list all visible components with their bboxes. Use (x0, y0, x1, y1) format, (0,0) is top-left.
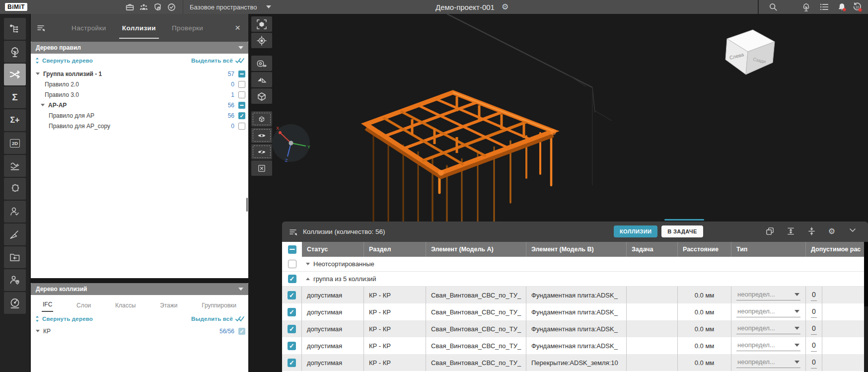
col-element-b[interactable]: Элемент (Модель B) (526, 242, 627, 257)
type-dropdown[interactable]: неопредел... (736, 340, 800, 351)
allowed-distance-input[interactable]: 0 (811, 290, 817, 301)
panel-menu-icon[interactable] (282, 228, 298, 236)
sidebar-item-plugins[interactable] (4, 178, 26, 200)
tab-groupings[interactable]: Группировки (201, 299, 237, 312)
axis-gizmo[interactable]: X Y Z (270, 122, 312, 164)
history-icon[interactable]: 10 (852, 0, 862, 14)
target-button[interactable] (251, 33, 272, 48)
collisions-view-button[interactable]: КОЛЛИЗИИ (614, 225, 657, 237)
sidebar-item-collisions[interactable] (4, 64, 26, 85)
list-icon[interactable] (820, 0, 829, 14)
col-allowed-distance[interactable]: Допустимое рас (806, 242, 868, 257)
collapse-panel-chevron-icon[interactable] (849, 228, 856, 232)
sidebar-item-sum-add[interactable]: Σ+ (4, 109, 26, 131)
rules-tree-row[interactable]: Правило для АР 56 (31, 110, 248, 121)
group-checkbox[interactable] (288, 275, 296, 283)
collapse-tree-link[interactable]: Свернуть дерево (35, 316, 93, 322)
row-checkbox[interactable] (288, 291, 296, 299)
allowed-distance-input[interactable]: 0 (811, 340, 817, 352)
col-element-a[interactable]: Элемент (Модель A) (426, 242, 526, 257)
isolate-button[interactable] (251, 111, 272, 127)
section-plane-button[interactable] (251, 72, 272, 87)
col-distance[interactable]: Расстояние (678, 242, 731, 257)
focus-selection-button[interactable] (251, 16, 272, 32)
collision-row[interactable]: допустимая КР - КР Свая_Винтовая_СВС_по_… (282, 303, 868, 320)
sidebar-item-user-location[interactable] (4, 269, 26, 291)
collision-row[interactable]: допустимая КР - КР Свая_Винтовая_СВС_по_… (282, 354, 868, 371)
sidebar-item-approvals[interactable] (4, 201, 26, 223)
type-dropdown[interactable]: неопредел... (736, 323, 800, 334)
sidebar-item-file-exchange[interactable] (4, 246, 26, 268)
team-icon[interactable] (140, 0, 148, 14)
briefcase-icon[interactable] (126, 0, 134, 14)
select-all-link[interactable]: Выделить всё (191, 316, 244, 322)
rule-checkbox[interactable] (238, 112, 245, 119)
row-checkbox[interactable] (288, 325, 296, 333)
type-dropdown[interactable]: неопредел... (736, 357, 800, 368)
rules-tree-row[interactable]: Правило для АР_copy 0 (31, 121, 248, 131)
duplicate-icon[interactable] (766, 227, 774, 235)
rules-tree-header[interactable]: Дерево правил (31, 42, 248, 54)
panel-width-resize-handle[interactable] (246, 198, 248, 212)
scroll-indicator[interactable] (664, 219, 704, 221)
rule-checkbox[interactable] (238, 123, 245, 130)
allowed-distance-input[interactable]: 0 (811, 357, 817, 369)
rules-tree-row[interactable]: Правило 2.0 0 (31, 79, 248, 89)
in-task-view-button[interactable]: В ЗАДАЧЕ (661, 225, 703, 237)
expander-icon[interactable] (306, 263, 310, 265)
tab-floors[interactable]: Этажи (159, 299, 178, 312)
sidebar-item-tree[interactable] (4, 41, 26, 63)
rules-tree-row[interactable]: Правило 3.0 1 (31, 89, 248, 100)
tree-checkbox[interactable] (238, 328, 245, 335)
viewport-3d[interactable]: X Y Z Слева Сзади (248, 14, 868, 372)
expand-rows-icon[interactable] (787, 227, 795, 235)
rule-checkbox[interactable] (238, 71, 245, 77)
collision-row[interactable]: допустимая КР - КР Свая_Винтовая_СВС_по_… (282, 337, 868, 354)
type-dropdown[interactable]: неопредел... (736, 290, 800, 300)
close-panel-icon[interactable]: × (235, 22, 248, 33)
select-all-link[interactable]: Выделить всё (191, 58, 244, 64)
clear-selection-button[interactable] (251, 160, 272, 176)
col-status[interactable]: Статус (302, 242, 364, 257)
section-box-button[interactable] (251, 88, 272, 104)
workspace-selector[interactable]: Базовое пространство (190, 0, 257, 14)
tab-layers[interactable]: Слои (75, 299, 92, 312)
rules-tree-row[interactable]: Группа коллизий - 1 57 (31, 69, 248, 79)
table-scrollbar-thumb[interactable] (864, 242, 868, 306)
expander-icon[interactable] (306, 278, 310, 280)
rule-checkbox[interactable] (238, 81, 245, 88)
collapse-rows-icon[interactable] (807, 227, 816, 235)
collisions-tree-header[interactable]: Дерево коллизий (31, 283, 248, 295)
expander-icon[interactable] (36, 330, 40, 332)
type-dropdown[interactable]: неопредел... (736, 306, 800, 317)
col-task[interactable]: Задача (627, 242, 678, 257)
show-button[interactable] (251, 128, 272, 143)
tab-checks[interactable]: Проверки (172, 15, 203, 41)
tab-collisions[interactable]: Коллизии (122, 15, 156, 41)
sidebar-item-model-structure[interactable] (4, 18, 26, 40)
collapse-tree-link[interactable]: Свернуть дерево (35, 58, 93, 64)
table-settings-gear-icon[interactable]: ⚙ (828, 227, 835, 235)
shield-clock-icon[interactable] (153, 0, 162, 14)
col-section[interactable]: Раздел (364, 242, 426, 257)
allowed-distance-input[interactable]: 0 (811, 323, 817, 335)
panel-menu-icon[interactable] (31, 24, 59, 32)
rules-tree-row[interactable]: АР-АР 56 (31, 100, 248, 110)
rule-checkbox[interactable] (238, 102, 245, 109)
group-checkbox[interactable] (288, 260, 296, 268)
collision-row[interactable]: допустимая КР - КР Свая_Винтовая_СВС_по_… (282, 320, 868, 337)
hide-button[interactable] (251, 144, 272, 159)
expander-icon[interactable] (41, 104, 45, 106)
sidebar-item-dashboard[interactable] (4, 292, 26, 314)
app-logo[interactable]: BiMiT (5, 0, 27, 14)
rule-checkbox[interactable] (238, 91, 245, 98)
group-row-5-collisions[interactable]: группа из 5 коллизий (282, 272, 868, 287)
search-icon[interactable] (769, 0, 778, 14)
sidebar-item-sum[interactable]: Σ (4, 86, 26, 108)
sidebar-item-2d[interactable]: 2D (4, 132, 26, 154)
workspace-caret-icon[interactable] (266, 0, 271, 14)
tab-ifc[interactable]: IFC (42, 298, 53, 312)
row-checkbox[interactable] (288, 308, 296, 316)
tab-settings[interactable]: Настройки (72, 15, 106, 41)
project-settings-gear-icon[interactable]: ⚙ (502, 3, 508, 11)
